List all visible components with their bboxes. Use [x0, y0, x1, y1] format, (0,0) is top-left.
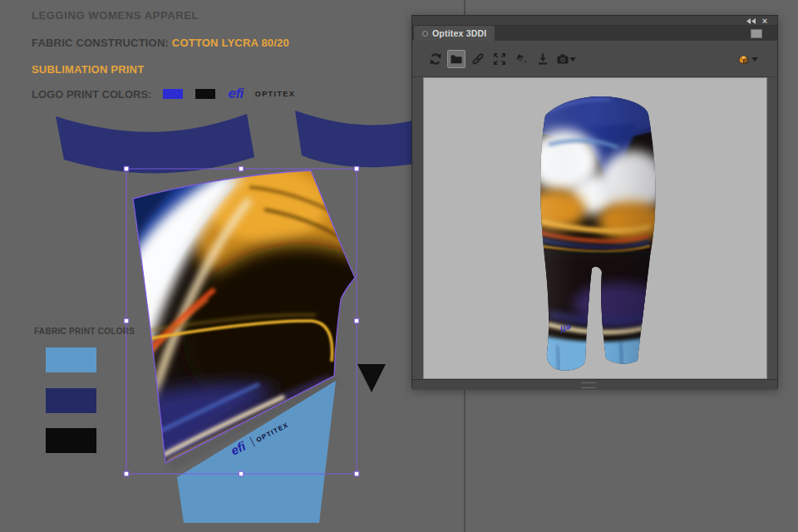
download-icon	[536, 52, 549, 66]
fill-color-button[interactable]	[511, 50, 530, 68]
link-icon	[471, 52, 485, 66]
snapshot-dropdown-caret[interactable]	[569, 57, 576, 62]
sync-button[interactable]	[426, 50, 445, 68]
waistband-piece-right[interactable]	[295, 111, 413, 167]
collapse-icon	[746, 18, 756, 24]
view-mode-button[interactable]	[734, 50, 752, 68]
view-mode-dropdown-caret[interactable]	[751, 57, 758, 62]
panel-resize-grip[interactable]	[581, 382, 596, 388]
tab-title: Optitex 3DDI	[432, 28, 486, 38]
link-button[interactable]	[469, 50, 487, 68]
selection-handle[interactable]	[239, 166, 244, 171]
open-file-button[interactable]	[447, 50, 466, 68]
selection-handle[interactable]	[354, 166, 359, 171]
view-mode-cube-icon	[736, 52, 751, 66]
sync-icon	[429, 52, 442, 66]
selection-handle[interactable]	[124, 166, 129, 171]
optitex-3ddi-panel: × Optitex 3DDI	[411, 15, 778, 388]
pointer-triangle[interactable]	[357, 364, 386, 392]
panel-toolbar	[412, 41, 777, 77]
fit-view-icon	[493, 52, 506, 66]
fit-view-button[interactable]	[490, 50, 509, 68]
panel-menu-button[interactable]	[751, 29, 762, 38]
collapse-panel-button[interactable]	[746, 17, 756, 24]
folder-icon	[450, 52, 463, 66]
tab-status-circle-icon	[422, 31, 428, 37]
tab-optitex-3ddi[interactable]: Optitex 3DDI	[414, 26, 495, 41]
download-button[interactable]	[534, 50, 552, 68]
3d-viewport[interactable]: efi	[423, 77, 767, 379]
panel-tab-bar: Optitex 3DDI	[412, 26, 777, 41]
panel-bottom-bar	[412, 379, 777, 390]
selection-handle[interactable]	[239, 471, 244, 476]
paint-bucket-icon	[514, 52, 527, 66]
panel-title-strip: ×	[412, 16, 777, 26]
selection-handle[interactable]	[354, 318, 359, 323]
camera-icon	[556, 52, 569, 66]
waistband-piece-left[interactable]	[56, 114, 254, 174]
selection-handle[interactable]	[354, 471, 359, 476]
selection-handle[interactable]	[124, 318, 129, 323]
3d-leggings-render: efi	[424, 78, 766, 378]
selection-handle[interactable]	[124, 471, 129, 476]
close-panel-button[interactable]: ×	[761, 17, 769, 24]
